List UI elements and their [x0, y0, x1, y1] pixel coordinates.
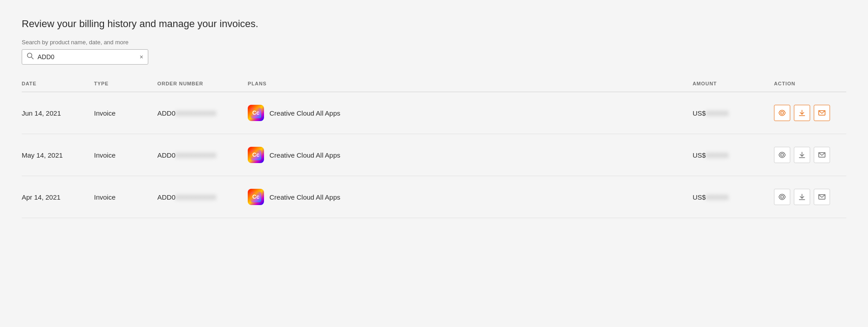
cell-action — [774, 92, 846, 134]
col-header-plans: PLANS — [248, 81, 693, 92]
svg-point-16 — [781, 196, 783, 198]
table-header-row: DATE TYPE ORDER NUMBER PLANS AMOUNT ACTI… — [22, 81, 846, 92]
cell-amount: US$XXXXX — [693, 134, 774, 176]
svg-text:Cc: Cc — [252, 110, 259, 116]
view-invoice-button[interactable] — [774, 147, 790, 163]
col-header-order: ORDER NUMBER — [157, 81, 248, 92]
col-header-amount: AMOUNT — [693, 81, 774, 92]
download-invoice-button[interactable] — [794, 105, 810, 121]
cell-action — [774, 134, 846, 176]
download-invoice-button[interactable] — [794, 147, 810, 163]
svg-text:Cc: Cc — [252, 194, 259, 200]
table-row: Jun 14, 2021 Invoice ADD0XXXXXXXXX — [22, 92, 846, 134]
search-input[interactable] — [38, 53, 136, 61]
download-invoice-button[interactable] — [794, 189, 810, 205]
cell-order: ADD0XXXXXXXXX — [157, 92, 248, 134]
search-clear-button[interactable]: × — [140, 53, 143, 61]
email-invoice-button[interactable] — [814, 105, 830, 121]
svg-point-4 — [781, 112, 783, 114]
cell-amount: US$XXXXX — [693, 176, 774, 218]
cc-app-icon: Cc — [248, 189, 264, 205]
svg-point-10 — [781, 154, 783, 156]
cc-app-icon: Cc — [248, 105, 264, 121]
cell-amount: US$XXXXX — [693, 92, 774, 134]
plan-name: Creative Cloud All Apps — [269, 193, 340, 201]
cc-app-icon: Cc — [248, 147, 264, 163]
page-title: Review your billing history and manage y… — [22, 18, 846, 30]
cell-plans: Cc Creative Cloud All Apps — [248, 134, 693, 176]
email-invoice-button[interactable] — [814, 189, 830, 205]
billing-table: DATE TYPE ORDER NUMBER PLANS AMOUNT ACTI… — [22, 81, 846, 218]
view-invoice-button[interactable] — [774, 105, 790, 121]
col-header-date: DATE — [22, 81, 94, 92]
cell-plans: Cc Creative Cloud All Apps — [248, 176, 693, 218]
col-header-action: ACTION — [774, 81, 846, 92]
search-bar: × — [22, 49, 148, 65]
plan-name: Creative Cloud All Apps — [269, 151, 340, 159]
cell-date: Jun 14, 2021 — [22, 92, 94, 134]
search-icon — [27, 52, 34, 61]
svg-text:Cc: Cc — [252, 152, 259, 158]
cell-type: Invoice — [94, 176, 157, 218]
table-row: May 14, 2021 Invoice ADD0XXXXXXXXX — [22, 134, 846, 176]
cell-type: Invoice — [94, 92, 157, 134]
plan-name: Creative Cloud All Apps — [269, 109, 340, 117]
view-invoice-button[interactable] — [774, 189, 790, 205]
svg-line-1 — [32, 57, 33, 59]
cell-action — [774, 176, 846, 218]
cell-order: ADD0XXXXXXXXX — [157, 134, 248, 176]
table-row: Apr 14, 2021 Invoice ADD0XXXXXXXXX — [22, 176, 846, 218]
cell-plans: Cc Creative Cloud All Apps — [248, 92, 693, 134]
email-invoice-button[interactable] — [814, 147, 830, 163]
cell-type: Invoice — [94, 134, 157, 176]
col-header-type: TYPE — [94, 81, 157, 92]
cell-date: May 14, 2021 — [22, 134, 94, 176]
cell-order: ADD0XXXXXXXXX — [157, 176, 248, 218]
search-label: Search by product name, date, and more — [22, 39, 846, 46]
cell-date: Apr 14, 2021 — [22, 176, 94, 218]
